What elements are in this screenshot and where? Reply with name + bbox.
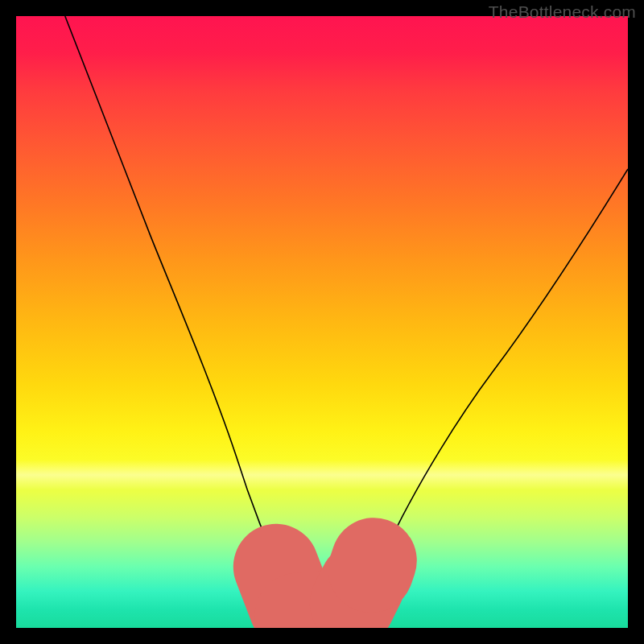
outer-frame: TheBottleneck.com (0, 0, 644, 644)
chart-svg (16, 16, 628, 628)
watermark-text: TheBottleneck.com (489, 2, 636, 22)
overlay-segments (276, 560, 374, 615)
plot-area (16, 16, 628, 628)
overlay-seg-dot (371, 560, 374, 569)
